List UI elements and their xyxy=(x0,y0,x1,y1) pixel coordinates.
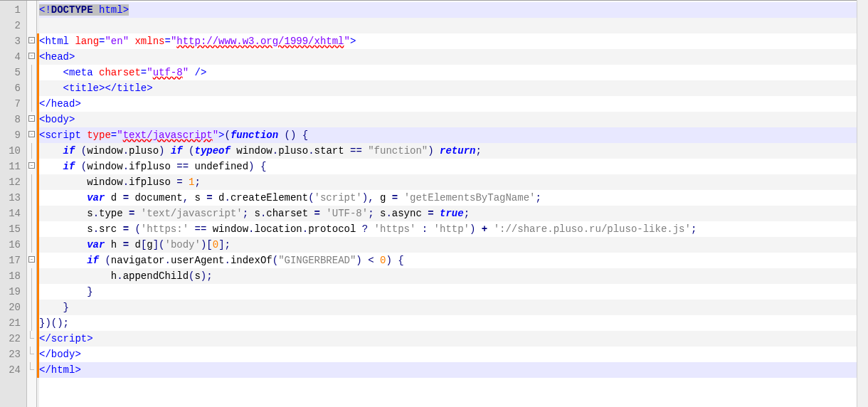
fold-cell[interactable]: - xyxy=(27,49,36,65)
code-line[interactable]: </head> xyxy=(39,96,865,112)
fold-cell[interactable] xyxy=(27,190,36,206)
code-editor[interactable]: 123456789101112131415161718192021222324 … xyxy=(0,0,868,407)
line-number: 3 xyxy=(4,33,21,49)
fold-cell[interactable] xyxy=(27,143,36,159)
code-line[interactable]: </html> xyxy=(39,362,865,378)
code-line[interactable]: if (window.pluso) if (typeof window.plus… xyxy=(39,143,865,159)
code-line[interactable]: <body> xyxy=(39,112,865,127)
fold-cell[interactable] xyxy=(27,284,36,300)
line-number: 7 xyxy=(4,96,21,112)
fold-cell[interactable]: - xyxy=(27,112,36,127)
fold-line-icon xyxy=(31,96,32,112)
code-line[interactable]: <script type="text/javascript">(function… xyxy=(39,127,865,143)
code-line[interactable]: var h = d[g]('body')[0]; xyxy=(39,237,865,253)
line-number: 14 xyxy=(4,206,21,221)
code-line[interactable]: s.type = 'text/javascript'; s.charset = … xyxy=(39,206,865,221)
line-number: 8 xyxy=(4,112,21,127)
line-number: 2 xyxy=(4,18,21,33)
line-number: 16 xyxy=(4,237,21,253)
code-line[interactable]: </script> xyxy=(39,331,865,347)
line-number: 22 xyxy=(4,331,21,347)
fold-cell[interactable] xyxy=(27,268,36,284)
line-number: 9 xyxy=(4,127,21,143)
fold-line-icon xyxy=(31,65,32,80)
code-line[interactable]: <!DOCTYPE html> xyxy=(39,2,865,18)
fold-line-icon xyxy=(31,237,32,253)
fold-cell[interactable] xyxy=(27,2,36,18)
line-number: 19 xyxy=(4,284,21,300)
fold-cell[interactable]: - xyxy=(27,159,36,174)
fold-cell[interactable] xyxy=(27,80,36,96)
code-line[interactable]: <head> xyxy=(39,49,865,65)
code-line[interactable]: window.ifpluso = 1; xyxy=(39,174,865,190)
fold-cell[interactable] xyxy=(27,96,36,112)
fold-cell[interactable]: - xyxy=(27,33,36,49)
fold-end-icon xyxy=(30,362,34,370)
line-number: 20 xyxy=(4,300,21,315)
fold-cell[interactable] xyxy=(27,237,36,253)
fold-minus-icon[interactable]: - xyxy=(28,256,35,263)
line-number: 24 xyxy=(4,362,21,378)
fold-line-icon xyxy=(31,190,32,206)
code-line[interactable]: } xyxy=(39,300,865,315)
line-number: 21 xyxy=(4,315,21,331)
fold-cell[interactable] xyxy=(27,331,36,347)
code-line[interactable]: } xyxy=(39,284,865,300)
code-line[interactable]: s.src = ('https:' == window.location.pro… xyxy=(39,221,865,237)
fold-cell[interactable] xyxy=(27,65,36,80)
line-number: 12 xyxy=(4,174,21,190)
fold-line-icon xyxy=(31,300,32,315)
line-number: 11 xyxy=(4,159,21,174)
fold-cell[interactable] xyxy=(27,174,36,190)
fold-end-icon xyxy=(30,331,34,339)
fold-line-icon xyxy=(31,174,32,190)
fold-line-icon xyxy=(31,80,32,96)
line-number: 18 xyxy=(4,268,21,284)
code-line[interactable]: if (navigator.userAgent.indexOf("GINGERB… xyxy=(39,253,865,268)
vertical-scrollbar[interactable] xyxy=(857,0,868,407)
fold-line-icon xyxy=(31,143,32,159)
line-number: 5 xyxy=(4,65,21,80)
fold-cell[interactable] xyxy=(27,221,36,237)
line-number: 10 xyxy=(4,143,21,159)
fold-end-icon xyxy=(30,347,34,354)
fold-minus-icon[interactable]: - xyxy=(28,162,35,169)
line-number: 23 xyxy=(4,347,21,362)
fold-minus-icon[interactable]: - xyxy=(28,53,35,59)
code-line[interactable]: <meta charset="utf-8" /> xyxy=(39,65,865,80)
fold-line-icon xyxy=(31,268,32,284)
code-line[interactable]: if (window.ifpluso == undefined) { xyxy=(39,159,865,174)
line-number: 13 xyxy=(4,190,21,206)
fold-minus-icon[interactable]: - xyxy=(28,131,35,137)
code-line[interactable]: h.appendChild(s); xyxy=(39,268,865,284)
fold-column[interactable]: ------ xyxy=(27,1,37,407)
code-line[interactable]: var d = document, s = d.createElement('s… xyxy=(39,190,865,206)
fold-cell[interactable] xyxy=(27,300,36,315)
fold-line-icon xyxy=(31,315,32,331)
fold-line-icon xyxy=(31,284,32,300)
fold-line-icon xyxy=(31,206,32,221)
line-number: 17 xyxy=(4,253,21,268)
fold-cell[interactable]: - xyxy=(27,127,36,143)
fold-cell[interactable] xyxy=(27,18,36,33)
fold-cell[interactable] xyxy=(27,362,36,378)
fold-minus-icon[interactable]: - xyxy=(28,37,35,43)
fold-cell[interactable]: - xyxy=(27,253,36,268)
fold-cell[interactable] xyxy=(27,206,36,221)
code-line[interactable]: <title></title> xyxy=(39,80,865,96)
line-number: 15 xyxy=(4,221,21,237)
fold-minus-icon[interactable]: - xyxy=(28,115,35,122)
code-text-area[interactable]: <!DOCTYPE html><html lang="en" xmlns="ht… xyxy=(39,1,868,407)
fold-cell[interactable] xyxy=(27,347,36,362)
line-number: 1 xyxy=(4,2,21,18)
code-line[interactable] xyxy=(39,18,865,33)
code-line[interactable]: </body> xyxy=(39,347,865,362)
code-line[interactable]: <html lang="en" xmlns="http://www.w3.org… xyxy=(39,33,865,49)
line-number: 6 xyxy=(4,80,21,96)
fold-cell[interactable] xyxy=(27,315,36,331)
code-line[interactable]: })(); xyxy=(39,315,865,331)
fold-line-icon xyxy=(31,221,32,237)
line-number: 4 xyxy=(4,49,21,65)
line-number-gutter: 123456789101112131415161718192021222324 xyxy=(0,1,27,407)
